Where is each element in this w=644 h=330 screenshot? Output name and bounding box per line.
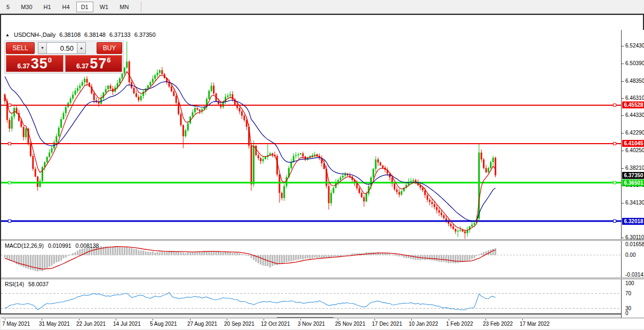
buy-price-prefix: 6.37 xyxy=(76,62,89,70)
price-tick-label: 6.46310 xyxy=(625,95,644,101)
timeframe-button-h1[interactable]: H1 xyxy=(39,2,56,12)
price-level-label: 6.41045 xyxy=(622,140,644,147)
date-tick-mark xyxy=(153,319,153,320)
date-tick-mark xyxy=(411,319,412,320)
date-tick-label: 17 Dec 2021 xyxy=(372,321,402,327)
price-tick-mark xyxy=(622,46,624,46)
timeframe-button-m30[interactable]: M30 xyxy=(16,2,37,12)
date-tick-mark xyxy=(486,319,486,320)
date-tick-label: 25 Nov 2021 xyxy=(335,321,365,327)
toolbar-separator xyxy=(141,2,141,12)
pane-splitter-dates xyxy=(1,318,644,319)
chart-window: ▲ USDCNH-,Daily 6.38108 6.38148 6.37133 … xyxy=(0,14,644,314)
price-tick-label: 6.40250 xyxy=(625,147,644,153)
date-tick-label: 3 Nov 2021 xyxy=(298,321,325,327)
buy-price-pip-digit: 6 xyxy=(107,56,110,64)
date-tick-label: 23 Feb 2022 xyxy=(483,321,513,327)
price-axis[interactable]: 6.524306.503906.483506.463106.443306.422… xyxy=(621,30,644,319)
rsi-indicator-pane[interactable] xyxy=(1,279,621,318)
date-tick-label: 27 Aug 2021 xyxy=(187,321,217,327)
timeframe-toolbar: 5M30H1H4D1W1MN xyxy=(0,0,644,14)
date-tick-mark xyxy=(300,319,301,320)
timeframe-button-5[interactable]: 5 xyxy=(2,2,14,12)
date-tick-label: 31 May 2021 xyxy=(39,321,70,327)
timeframe-button-mn[interactable]: MN xyxy=(115,2,133,12)
macd-axis-label: -0.03142 xyxy=(625,272,644,278)
volume-decrease-icon[interactable]: ▼ xyxy=(38,42,47,54)
date-tick-label: 10 Jan 2022 xyxy=(409,321,438,327)
timeframe-button-w1[interactable]: W1 xyxy=(95,2,114,12)
rsi-axis-label: 70 xyxy=(625,290,631,296)
price-tick-mark xyxy=(622,81,624,82)
rsi-value: 58.0037 xyxy=(28,281,49,287)
price-tick-mark xyxy=(622,151,624,151)
volume-input[interactable] xyxy=(47,42,77,54)
price-tick-label: 6.48350 xyxy=(625,78,644,84)
date-tick-mark xyxy=(338,319,338,320)
date-tick-mark xyxy=(449,319,449,320)
date-tick-label: 5 Aug 2021 xyxy=(150,321,177,327)
price-tick-mark xyxy=(622,168,624,169)
price-level-label: 6.32018 xyxy=(622,218,644,225)
macd-signal-value: 0.008138 xyxy=(76,242,99,249)
pane-splitter-macd[interactable] xyxy=(1,239,644,241)
sell-price-pip-digit: 0 xyxy=(48,56,52,64)
macd-name: MACD(12,26,9) xyxy=(5,242,44,249)
price-tick-label: 6.52430 xyxy=(625,43,644,49)
buy-price-big-digits: 57 xyxy=(90,57,107,70)
sell-button[interactable]: SELL xyxy=(6,42,35,54)
one-click-trading-widget: SELL ▼ ▲ BUY 6.37 35 0 6.37 57 6 xyxy=(4,41,124,74)
timeframe-button-d1[interactable]: D1 xyxy=(76,2,93,12)
date-tick-mark xyxy=(375,319,375,320)
price-tick-label: 6.44330 xyxy=(625,112,644,118)
sell-price-panel[interactable]: 6.37 35 0 xyxy=(6,55,63,72)
date-tick-label: 14 Jul 2021 xyxy=(113,321,141,327)
date-tick-label: 20 Sep 2021 xyxy=(224,321,255,327)
price-tick-mark xyxy=(622,238,624,238)
rsi-label: RSI(14) 58.0037 xyxy=(5,281,51,287)
price-tick-label: 6.34130 xyxy=(625,200,644,206)
date-tick-label: 17 Mar 2022 xyxy=(520,321,550,327)
date-tick-mark xyxy=(190,319,190,320)
price-tick-label: 6.38210 xyxy=(625,165,644,171)
macd-axis-label: 0.00 xyxy=(625,252,635,258)
date-tick-label: 7 May 2021 xyxy=(2,321,30,327)
macd-axis-label: 0.016586 xyxy=(625,241,644,247)
date-tick-mark xyxy=(79,319,79,320)
date-tick-label: 1 Feb 2022 xyxy=(446,321,473,327)
price-tick-mark xyxy=(622,115,624,116)
price-level-label: 6.37350 xyxy=(622,172,644,179)
rsi-axis-label: 100 xyxy=(625,280,634,286)
price-tick-label: 6.50390 xyxy=(625,60,644,66)
price-tick-mark xyxy=(622,203,624,203)
ohlc-high: 6.38148 xyxy=(84,32,106,38)
buy-button[interactable]: BUY xyxy=(97,42,122,54)
collapse-trade-panel-icon[interactable]: ▲ xyxy=(5,33,10,37)
date-tick-mark xyxy=(116,319,116,320)
date-tick-mark xyxy=(5,319,5,320)
price-level-label: 6.45528 xyxy=(622,101,644,108)
pane-splitter-rsi[interactable] xyxy=(1,278,644,279)
ohlc-low: 6.37133 xyxy=(109,32,131,38)
volume-spinner: ▼ ▲ xyxy=(38,42,86,54)
buy-price-panel[interactable]: 6.37 57 6 xyxy=(65,55,123,72)
price-level-label: 6.36501 xyxy=(622,179,644,186)
price-tick-mark xyxy=(622,64,624,64)
date-tick-label: 22 Jun 2021 xyxy=(76,321,106,327)
macd-main-value: 0.010991 xyxy=(48,242,71,249)
rsi-axis-label: 0 xyxy=(625,310,629,316)
date-axis[interactable]: 7 May 202131 May 202122 Jun 202114 Jul 2… xyxy=(1,319,644,329)
ohlc-close: 6.37350 xyxy=(134,32,156,38)
price-tick-label: 6.42290 xyxy=(625,130,644,136)
sell-price-prefix: 6.37 xyxy=(17,62,29,70)
date-tick-label: 12 Oct 2021 xyxy=(261,321,290,327)
price-tick-mark xyxy=(622,98,624,99)
ohlc-open: 6.38108 xyxy=(59,32,81,38)
sell-price-big-digits: 35 xyxy=(31,57,48,70)
macd-label: MACD(12,26,9) 0.010991 0.008138 xyxy=(5,242,101,249)
rsi-name: RSI(14) xyxy=(5,281,24,287)
timeframe-button-h4[interactable]: H4 xyxy=(58,2,75,12)
chart-symbol-title: USDCNH-,Daily xyxy=(14,32,55,38)
mt4-window: 5M30H1H4D1W1MN ▲ USDCNH-,Daily 6.38108 6… xyxy=(0,0,644,330)
volume-increase-icon[interactable]: ▲ xyxy=(77,42,86,54)
